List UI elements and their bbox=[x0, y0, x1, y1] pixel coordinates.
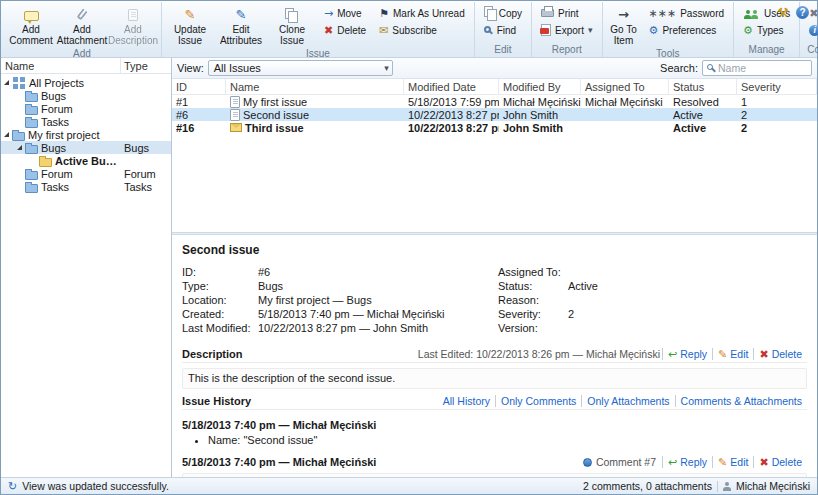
attr-value bbox=[568, 294, 807, 307]
update-issue-button[interactable]: ✎ Update Issue bbox=[165, 3, 215, 48]
view-select[interactable]: All Issues ▾ bbox=[208, 60, 393, 76]
tree-item-my-first-project[interactable]: My first project bbox=[1, 128, 171, 141]
types-gear-icon: ⚙ bbox=[743, 25, 753, 36]
column-header-status[interactable]: Status bbox=[669, 79, 737, 94]
expander-icon[interactable] bbox=[17, 145, 22, 150]
help-icon[interactable]: ? bbox=[796, 6, 809, 19]
column-header-modified-by[interactable]: Modified By bbox=[499, 79, 581, 94]
tree-item-project-tasks[interactable]: Tasks Tasks bbox=[1, 180, 171, 193]
settings-wrench-icon[interactable]: ⚒ bbox=[777, 6, 789, 19]
issue-row[interactable]: #1 My first issue 5/18/2013 7:59 pm Mich… bbox=[172, 95, 817, 108]
issue-modified-by: John Smith bbox=[499, 122, 581, 134]
issue-name: Second issue bbox=[243, 109, 309, 121]
issue-list-header: ID Name Modified Date Modified By Assign… bbox=[172, 79, 817, 95]
project-tree: All Projects Bugs Forum bbox=[1, 74, 171, 477]
column-header-assigned-to[interactable]: Assigned To bbox=[581, 79, 669, 94]
users-icon bbox=[743, 7, 760, 19]
toolbar-group-tools: → Go To Item ∗∗∗ Password ⚙ Preferences … bbox=[603, 2, 735, 57]
delete-button[interactable]: ✖ Delete bbox=[318, 22, 372, 38]
delete-label: Delete bbox=[772, 456, 802, 468]
attr-value: 10/22/2013 8:27 pm — John Smith bbox=[258, 322, 498, 335]
column-header-name[interactable]: Name bbox=[226, 79, 404, 94]
update-issue-label: Update Issue bbox=[166, 24, 214, 46]
reply-link[interactable]: ↩ Reply bbox=[662, 456, 712, 468]
password-icon: ∗∗∗ bbox=[649, 8, 677, 19]
tree-item-project-forum[interactable]: Forum Forum bbox=[1, 167, 171, 180]
tree-item-label: My first project bbox=[25, 129, 121, 141]
mark-as-unread-label: Mark As Unread bbox=[393, 8, 465, 19]
issue-status: Active bbox=[669, 122, 737, 134]
tree-item-active-bugs[interactable]: Active Bugs (1) bbox=[1, 154, 171, 167]
column-header-severity[interactable]: Severity bbox=[737, 79, 817, 94]
add-description-button[interactable]: Add Description bbox=[108, 3, 158, 48]
expander-icon[interactable] bbox=[4, 80, 9, 85]
folder-icon bbox=[25, 106, 38, 115]
filter-comments-attachments[interactable]: Comments & Attachments bbox=[675, 395, 807, 407]
subscribe-button[interactable]: ✉ Subscribe bbox=[373, 22, 471, 38]
magnifier-icon bbox=[484, 26, 491, 33]
types-button[interactable]: ⚙ Types bbox=[737, 22, 796, 38]
filter-bar: View: All Issues ▾ Search: bbox=[172, 58, 817, 79]
add-comment-icon bbox=[24, 11, 39, 21]
reply-link[interactable]: ↩ Reply bbox=[662, 348, 712, 360]
tree-item-project-bugs[interactable]: Bugs Bugs bbox=[1, 141, 171, 154]
clone-icon bbox=[285, 8, 294, 19]
mark-as-unread-button[interactable]: ⚑ Mark As Unread bbox=[373, 5, 471, 21]
folder-icon bbox=[25, 119, 38, 128]
delete-link[interactable]: ✖ Delete bbox=[753, 348, 807, 360]
types-label: Types bbox=[757, 25, 784, 36]
preferences-button[interactable]: ⚙ Preferences bbox=[643, 22, 731, 38]
edit-label: Edit bbox=[730, 348, 748, 360]
tree-item-bugs[interactable]: Bugs bbox=[1, 89, 171, 102]
password-button[interactable]: ∗∗∗ Password bbox=[643, 5, 731, 21]
attr-value: 2 bbox=[568, 308, 807, 321]
find-button[interactable]: Find bbox=[478, 22, 528, 38]
issue-icon bbox=[230, 109, 240, 121]
issue-modified-by: John Smith bbox=[499, 109, 581, 121]
attr-label: Severity: bbox=[498, 308, 568, 321]
toolbar-group-edit: Copy Find Edit bbox=[475, 2, 532, 57]
attr-label: ID: bbox=[182, 266, 258, 279]
password-label: Password bbox=[680, 8, 724, 19]
refresh-icon: ↻ bbox=[8, 481, 17, 492]
delete-link[interactable]: ✖ Delete bbox=[753, 456, 807, 468]
attr-value: My first project — Bugs bbox=[258, 294, 498, 307]
issue-row-unread[interactable]: #16 Third issue 10/22/2013 8:27 pm John … bbox=[172, 121, 817, 134]
move-button[interactable]: → Move bbox=[318, 5, 372, 21]
column-header-id[interactable]: ID bbox=[172, 79, 226, 94]
edit-link[interactable]: ✎ Edit bbox=[712, 348, 753, 360]
expander-icon[interactable] bbox=[4, 132, 9, 137]
print-button[interactable]: Print bbox=[535, 5, 598, 21]
tree-item-tasks[interactable]: Tasks bbox=[1, 115, 171, 128]
tree-item-label: Bugs bbox=[38, 142, 121, 154]
export-caret-icon: ▾ bbox=[588, 25, 593, 35]
edit-attributes-button[interactable]: ✎ Edit Attributes bbox=[216, 3, 266, 48]
edit-link[interactable]: ✎ Edit bbox=[712, 456, 753, 468]
add-comment-button[interactable]: Add Comment bbox=[6, 3, 56, 48]
issue-status: Active bbox=[669, 109, 737, 121]
unread-envelope-icon bbox=[230, 123, 242, 132]
tree-item-label: Bugs bbox=[38, 90, 121, 102]
comment-number: Comment #7 bbox=[596, 456, 656, 468]
subscribe-label: Subscribe bbox=[392, 25, 436, 36]
search-input[interactable] bbox=[716, 61, 807, 75]
go-to-item-button[interactable]: → Go To Item bbox=[606, 3, 642, 48]
tree-item-all-projects[interactable]: All Projects bbox=[1, 76, 171, 89]
column-header-modified-date[interactable]: Modified Date bbox=[404, 79, 499, 94]
filter-all-history[interactable]: All History bbox=[443, 395, 495, 407]
filter-only-comments[interactable]: Only Comments bbox=[495, 395, 581, 407]
copy-button[interactable]: Copy bbox=[478, 5, 528, 21]
tree-item-forum[interactable]: Forum bbox=[1, 102, 171, 115]
find-label: Find bbox=[497, 25, 516, 36]
export-button[interactable]: Export ▾ bbox=[535, 22, 598, 38]
connection-details-button[interactable]: i Details bbox=[803, 22, 818, 38]
sidebar-column-type[interactable]: Type bbox=[121, 60, 171, 72]
paperclip-icon bbox=[76, 8, 88, 20]
filter-label: All History bbox=[443, 395, 490, 407]
filter-only-attachments[interactable]: Only Attachments bbox=[581, 395, 674, 407]
delete-icon: ✖ bbox=[324, 25, 333, 36]
issue-row-selected[interactable]: #6 Second issue 10/22/2013 8:27 pm John … bbox=[172, 108, 817, 121]
clone-issue-button[interactable]: Clone Issue bbox=[267, 3, 317, 48]
issue-modified-date: 5/18/2013 7:59 pm bbox=[404, 96, 499, 108]
add-attachment-button[interactable]: Add Attachment bbox=[57, 3, 107, 48]
